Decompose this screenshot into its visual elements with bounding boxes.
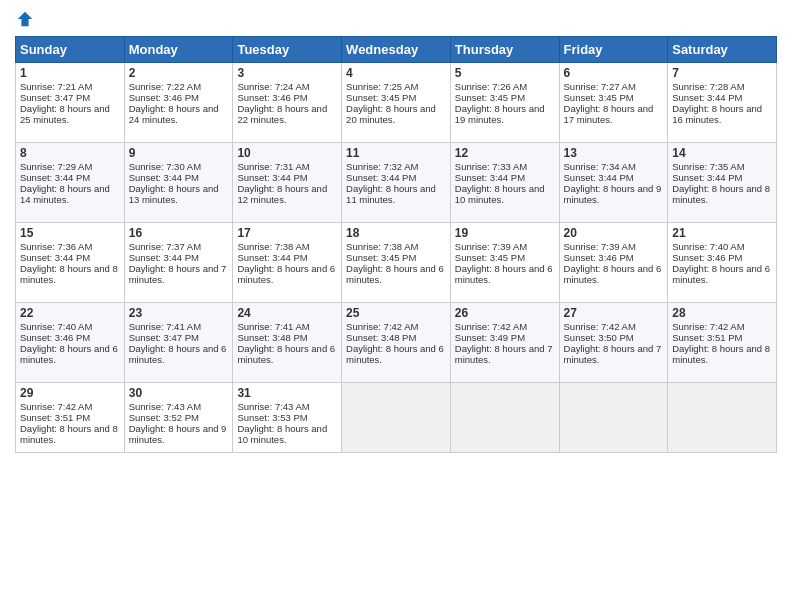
sunrise-text: Sunrise: 7:42 AM <box>672 321 744 332</box>
daylight-text: Daylight: 8 hours and 25 minutes. <box>20 103 110 125</box>
sunset-text: Sunset: 3:44 PM <box>564 172 634 183</box>
sunrise-text: Sunrise: 7:42 AM <box>455 321 527 332</box>
calendar-cell: 6 Sunrise: 7:27 AM Sunset: 3:45 PM Dayli… <box>559 63 668 143</box>
day-number: 21 <box>672 226 772 240</box>
daylight-text: Daylight: 8 hours and 9 minutes. <box>564 183 662 205</box>
sunrise-text: Sunrise: 7:41 AM <box>237 321 309 332</box>
sunrise-text: Sunrise: 7:30 AM <box>129 161 201 172</box>
sunset-text: Sunset: 3:44 PM <box>346 172 416 183</box>
weekday-header: Wednesday <box>342 37 451 63</box>
sunrise-text: Sunrise: 7:42 AM <box>20 401 92 412</box>
calendar-cell: 4 Sunrise: 7:25 AM Sunset: 3:45 PM Dayli… <box>342 63 451 143</box>
sunrise-text: Sunrise: 7:38 AM <box>346 241 418 252</box>
day-number: 20 <box>564 226 664 240</box>
sunrise-text: Sunrise: 7:21 AM <box>20 81 92 92</box>
sunrise-text: Sunrise: 7:31 AM <box>237 161 309 172</box>
daylight-text: Daylight: 8 hours and 6 minutes. <box>346 263 444 285</box>
daylight-text: Daylight: 8 hours and 22 minutes. <box>237 103 327 125</box>
sunrise-text: Sunrise: 7:26 AM <box>455 81 527 92</box>
calendar-cell: 7 Sunrise: 7:28 AM Sunset: 3:44 PM Dayli… <box>668 63 777 143</box>
sunrise-text: Sunrise: 7:41 AM <box>129 321 201 332</box>
day-number: 15 <box>20 226 120 240</box>
sunrise-text: Sunrise: 7:39 AM <box>564 241 636 252</box>
weekday-header: Monday <box>124 37 233 63</box>
calendar-week-row: 15 Sunrise: 7:36 AM Sunset: 3:44 PM Dayl… <box>16 223 777 303</box>
day-number: 29 <box>20 386 120 400</box>
calendar-cell: 14 Sunrise: 7:35 AM Sunset: 3:44 PM Dayl… <box>668 143 777 223</box>
day-number: 12 <box>455 146 555 160</box>
sunrise-text: Sunrise: 7:22 AM <box>129 81 201 92</box>
daylight-text: Daylight: 8 hours and 8 minutes. <box>20 263 118 285</box>
daylight-text: Daylight: 8 hours and 10 minutes. <box>455 183 545 205</box>
daylight-text: Daylight: 8 hours and 8 minutes. <box>672 343 770 365</box>
sunset-text: Sunset: 3:44 PM <box>672 92 742 103</box>
calendar-cell: 20 Sunrise: 7:39 AM Sunset: 3:46 PM Dayl… <box>559 223 668 303</box>
calendar-cell: 13 Sunrise: 7:34 AM Sunset: 3:44 PM Dayl… <box>559 143 668 223</box>
daylight-text: Daylight: 8 hours and 6 minutes. <box>455 263 553 285</box>
calendar-cell <box>559 383 668 453</box>
daylight-text: Daylight: 8 hours and 13 minutes. <box>129 183 219 205</box>
calendar-week-row: 22 Sunrise: 7:40 AM Sunset: 3:46 PM Dayl… <box>16 303 777 383</box>
calendar-cell: 1 Sunrise: 7:21 AM Sunset: 3:47 PM Dayli… <box>16 63 125 143</box>
day-number: 9 <box>129 146 229 160</box>
sunset-text: Sunset: 3:44 PM <box>129 252 199 263</box>
daylight-text: Daylight: 8 hours and 11 minutes. <box>346 183 436 205</box>
weekday-header: Sunday <box>16 37 125 63</box>
sunrise-text: Sunrise: 7:39 AM <box>455 241 527 252</box>
daylight-text: Daylight: 8 hours and 10 minutes. <box>237 423 327 445</box>
day-number: 6 <box>564 66 664 80</box>
daylight-text: Daylight: 8 hours and 19 minutes. <box>455 103 545 125</box>
sunrise-text: Sunrise: 7:33 AM <box>455 161 527 172</box>
sunrise-text: Sunrise: 7:28 AM <box>672 81 744 92</box>
calendar-cell: 27 Sunrise: 7:42 AM Sunset: 3:50 PM Dayl… <box>559 303 668 383</box>
daylight-text: Daylight: 8 hours and 8 minutes. <box>672 183 770 205</box>
day-number: 19 <box>455 226 555 240</box>
day-number: 16 <box>129 226 229 240</box>
calendar-cell: 10 Sunrise: 7:31 AM Sunset: 3:44 PM Dayl… <box>233 143 342 223</box>
sunrise-text: Sunrise: 7:27 AM <box>564 81 636 92</box>
sunset-text: Sunset: 3:46 PM <box>20 332 90 343</box>
sunrise-text: Sunrise: 7:36 AM <box>20 241 92 252</box>
page: SundayMondayTuesdayWednesdayThursdayFrid… <box>0 0 792 612</box>
sunset-text: Sunset: 3:46 PM <box>564 252 634 263</box>
day-number: 4 <box>346 66 446 80</box>
calendar-cell: 11 Sunrise: 7:32 AM Sunset: 3:44 PM Dayl… <box>342 143 451 223</box>
calendar-cell: 5 Sunrise: 7:26 AM Sunset: 3:45 PM Dayli… <box>450 63 559 143</box>
daylight-text: Daylight: 8 hours and 6 minutes. <box>20 343 118 365</box>
calendar-cell: 28 Sunrise: 7:42 AM Sunset: 3:51 PM Dayl… <box>668 303 777 383</box>
sunset-text: Sunset: 3:46 PM <box>672 252 742 263</box>
day-number: 13 <box>564 146 664 160</box>
day-number: 1 <box>20 66 120 80</box>
calendar-cell: 26 Sunrise: 7:42 AM Sunset: 3:49 PM Dayl… <box>450 303 559 383</box>
sunset-text: Sunset: 3:45 PM <box>564 92 634 103</box>
calendar-cell <box>342 383 451 453</box>
daylight-text: Daylight: 8 hours and 7 minutes. <box>129 263 227 285</box>
calendar-cell: 30 Sunrise: 7:43 AM Sunset: 3:52 PM Dayl… <box>124 383 233 453</box>
day-number: 8 <box>20 146 120 160</box>
sunset-text: Sunset: 3:45 PM <box>346 92 416 103</box>
daylight-text: Daylight: 8 hours and 6 minutes. <box>237 263 335 285</box>
sunset-text: Sunset: 3:45 PM <box>455 252 525 263</box>
day-number: 7 <box>672 66 772 80</box>
day-number: 10 <box>237 146 337 160</box>
calendar-cell: 22 Sunrise: 7:40 AM Sunset: 3:46 PM Dayl… <box>16 303 125 383</box>
sunrise-text: Sunrise: 7:24 AM <box>237 81 309 92</box>
calendar-cell: 15 Sunrise: 7:36 AM Sunset: 3:44 PM Dayl… <box>16 223 125 303</box>
sunrise-text: Sunrise: 7:37 AM <box>129 241 201 252</box>
sunset-text: Sunset: 3:45 PM <box>346 252 416 263</box>
calendar-cell: 2 Sunrise: 7:22 AM Sunset: 3:46 PM Dayli… <box>124 63 233 143</box>
sunset-text: Sunset: 3:47 PM <box>129 332 199 343</box>
sunrise-text: Sunrise: 7:43 AM <box>237 401 309 412</box>
daylight-text: Daylight: 8 hours and 8 minutes. <box>20 423 118 445</box>
day-number: 31 <box>237 386 337 400</box>
day-number: 17 <box>237 226 337 240</box>
calendar-cell: 8 Sunrise: 7:29 AM Sunset: 3:44 PM Dayli… <box>16 143 125 223</box>
sunrise-text: Sunrise: 7:32 AM <box>346 161 418 172</box>
sunrise-text: Sunrise: 7:34 AM <box>564 161 636 172</box>
calendar-cell: 24 Sunrise: 7:41 AM Sunset: 3:48 PM Dayl… <box>233 303 342 383</box>
calendar-table: SundayMondayTuesdayWednesdayThursdayFrid… <box>15 36 777 453</box>
sunset-text: Sunset: 3:44 PM <box>20 252 90 263</box>
sunrise-text: Sunrise: 7:42 AM <box>346 321 418 332</box>
calendar-cell: 29 Sunrise: 7:42 AM Sunset: 3:51 PM Dayl… <box>16 383 125 453</box>
sunset-text: Sunset: 3:52 PM <box>129 412 199 423</box>
